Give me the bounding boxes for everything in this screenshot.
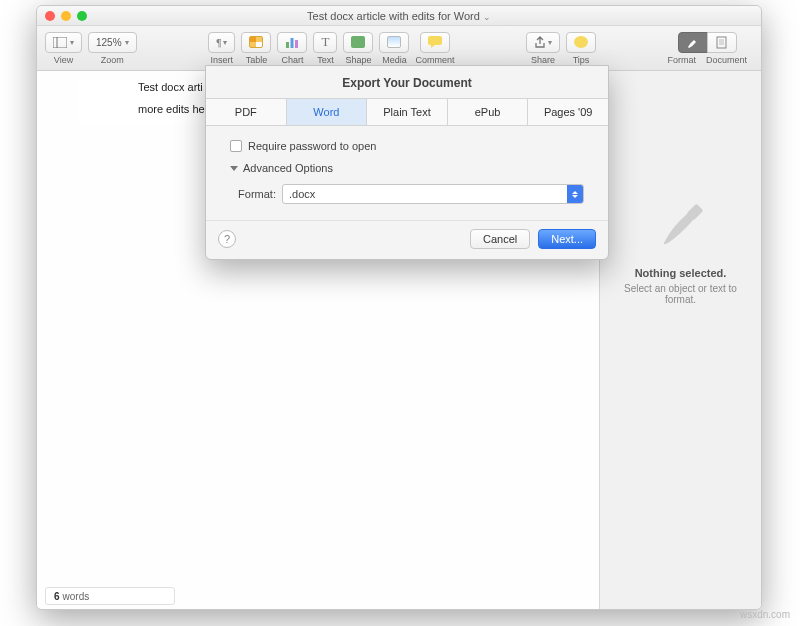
media-label: Media — [382, 55, 407, 65]
table-label: Table — [246, 55, 268, 65]
format-label: Format — [667, 55, 696, 65]
chevron-down-icon: ▾ — [70, 38, 74, 47]
sheet-body: Require password to open Advanced Option… — [206, 126, 608, 220]
sheet-footer: ? Cancel Next... — [206, 220, 608, 259]
password-label: Require password to open — [248, 140, 376, 152]
zoom-value: 125% — [96, 37, 122, 48]
document-icon — [716, 36, 727, 49]
svg-rect-5 — [428, 36, 442, 45]
advanced-toggle[interactable]: Advanced Options — [230, 162, 584, 174]
comment-icon — [428, 36, 442, 48]
view-button[interactable]: ▾ — [45, 32, 82, 53]
sidebar-icon — [53, 37, 67, 48]
media-icon — [387, 36, 401, 48]
inspector-title: Nothing selected. — [635, 267, 727, 279]
share-button[interactable]: ▾ — [526, 32, 560, 53]
text-icon: T — [321, 34, 329, 50]
tab-epub[interactable]: ePub — [448, 99, 529, 125]
chevron-down-icon: ▾ — [125, 38, 129, 47]
sheet-title: Export Your Document — [206, 66, 608, 98]
cancel-button[interactable]: Cancel — [470, 229, 530, 249]
chart-icon — [285, 36, 299, 48]
svg-rect-3 — [291, 38, 294, 48]
inspector-panel: Nothing selected. Select an object or te… — [599, 71, 761, 609]
shape-button[interactable] — [343, 32, 373, 53]
media-button[interactable] — [379, 32, 409, 53]
format-select[interactable]: .docx — [282, 184, 584, 204]
shape-icon — [351, 36, 365, 48]
word-count-unit: words — [63, 591, 90, 602]
svg-marker-6 — [431, 45, 435, 48]
window-title: Test docx article with edits for Word⌄ — [37, 10, 761, 22]
format-tabs: PDF Word Plain Text ePub Pages '09 — [206, 98, 608, 126]
inspector-tabs — [678, 32, 737, 53]
watermark: wsxdn.com — [740, 609, 790, 620]
tab-plaintext[interactable]: Plain Text — [367, 99, 448, 125]
insert-button[interactable]: ¶▾ — [208, 32, 235, 53]
tips-label: Tips — [573, 55, 590, 65]
chevron-down-icon: ▾ — [548, 38, 552, 47]
advanced-label: Advanced Options — [243, 162, 333, 174]
disclosure-triangle-icon — [230, 166, 238, 171]
inspector-subtitle: Select an object or text to format. — [600, 283, 761, 305]
chevron-down-icon: ▾ — [223, 38, 227, 47]
titlebar: Test docx article with edits for Word⌄ — [37, 6, 761, 26]
chart-button[interactable] — [277, 32, 307, 53]
select-arrows-icon — [567, 184, 583, 204]
zoom-label: Zoom — [101, 55, 124, 65]
table-icon — [249, 36, 263, 48]
word-count[interactable]: 6 words — [45, 587, 175, 605]
svg-rect-4 — [295, 40, 298, 48]
format-tab[interactable] — [678, 32, 708, 53]
tab-pages09[interactable]: Pages '09 — [528, 99, 608, 125]
export-sheet: Export Your Document PDF Word Plain Text… — [205, 65, 609, 260]
chevron-down-icon[interactable]: ⌄ — [483, 12, 491, 22]
document-label: Document — [706, 55, 747, 65]
zoom-select[interactable]: 125% ▾ — [88, 32, 137, 53]
share-label: Share — [531, 55, 555, 65]
svg-rect-0 — [53, 37, 67, 48]
tips-icon — [574, 36, 588, 48]
text-button[interactable]: T — [313, 32, 337, 53]
tips-button[interactable] — [566, 32, 596, 53]
shape-label: Shape — [345, 55, 371, 65]
insert-label: Insert — [211, 55, 234, 65]
comment-label: Comment — [415, 55, 454, 65]
text-label: Text — [317, 55, 334, 65]
next-button[interactable]: Next... — [538, 229, 596, 249]
paragraph-icon: ¶ — [216, 37, 221, 48]
format-value: .docx — [289, 188, 315, 200]
password-checkbox[interactable] — [230, 140, 242, 152]
chart-label: Chart — [281, 55, 303, 65]
document-tab[interactable] — [707, 32, 737, 53]
word-count-number: 6 — [54, 591, 60, 602]
tab-word[interactable]: Word — [287, 99, 368, 125]
view-label: View — [54, 55, 73, 65]
table-button[interactable] — [241, 32, 271, 53]
format-field-label: Format: — [230, 188, 276, 200]
help-button[interactable]: ? — [218, 230, 236, 248]
share-icon — [534, 36, 546, 49]
tab-pdf[interactable]: PDF — [206, 99, 287, 125]
comment-button[interactable] — [420, 32, 450, 53]
svg-rect-2 — [286, 42, 289, 48]
brush-icon — [686, 36, 699, 49]
brush-large-icon — [650, 191, 712, 253]
